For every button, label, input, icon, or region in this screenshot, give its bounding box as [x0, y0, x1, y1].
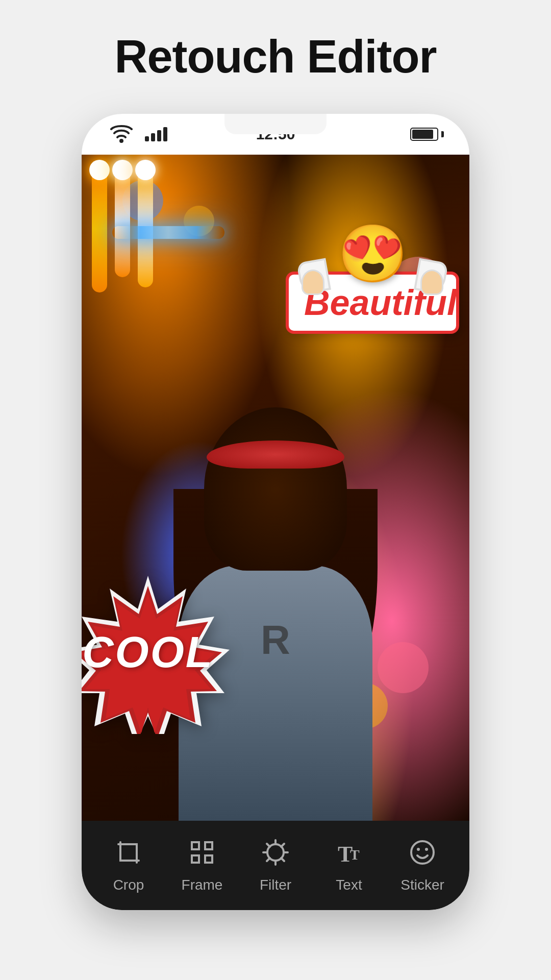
beautiful-sticker[interactable]: 😍 Beautiful [286, 221, 459, 334]
crop-icon [114, 838, 143, 871]
photo-area[interactable]: R 😍 Beautiful COOL [82, 155, 469, 821]
cool-sticker[interactable]: COOL [82, 571, 250, 734]
text-label: Text [336, 877, 362, 893]
text-icon: T T [335, 838, 363, 871]
svg-point-0 [119, 139, 123, 143]
notch [224, 114, 327, 134]
frame-tool[interactable]: Frame [165, 838, 239, 893]
filter-tool[interactable]: Filter [239, 838, 312, 893]
hand-right [420, 270, 443, 295]
svg-text:T: T [350, 847, 360, 863]
svg-line-16 [267, 858, 270, 861]
svg-point-21 [425, 848, 428, 851]
svg-point-19 [411, 841, 434, 864]
wifi-icon [107, 118, 136, 151]
hair-top [204, 407, 347, 571]
hand-left [302, 270, 324, 295]
phone-mockup: 12:50 [82, 114, 469, 910]
cool-text: COOL [82, 627, 214, 677]
svg-rect-4 [192, 842, 199, 849]
filter-icon [261, 838, 290, 871]
svg-line-15 [281, 844, 284, 847]
crop-tool[interactable]: Crop [92, 838, 165, 893]
frame-icon [188, 838, 216, 871]
sticker-icon [408, 838, 437, 871]
neon-light [112, 226, 224, 239]
text-tool[interactable]: T T Text [312, 838, 386, 893]
signal-icon [145, 127, 167, 141]
svg-rect-5 [205, 842, 212, 849]
status-left [107, 118, 167, 151]
toolbar: Crop Frame [82, 821, 469, 910]
filter-label: Filter [260, 877, 291, 893]
bokeh-light [378, 642, 429, 693]
status-bar: 12:50 [82, 114, 469, 155]
svg-line-14 [281, 858, 284, 861]
sticker-tool[interactable]: Sticker [386, 838, 459, 893]
svg-line-13 [267, 844, 270, 847]
cool-burst-shape: COOL [82, 571, 230, 734]
svg-rect-7 [205, 855, 212, 863]
crop-label: Crop [113, 877, 144, 893]
svg-point-20 [417, 848, 420, 851]
battery-icon [410, 128, 444, 141]
frame-label: Frame [182, 877, 223, 893]
svg-rect-6 [192, 855, 199, 863]
sticker-label: Sticker [400, 877, 444, 893]
page-title: Retouch Editor [115, 31, 437, 83]
